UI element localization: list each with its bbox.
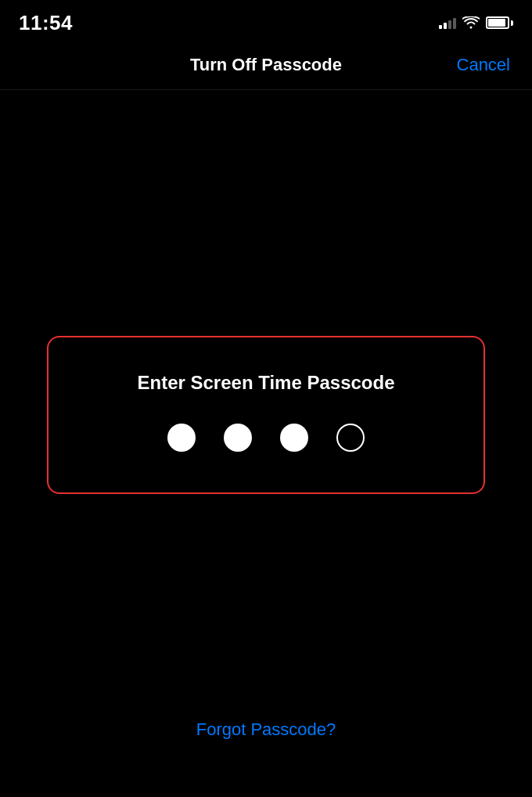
forgot-passcode-button[interactable]: Forgot Passcode?: [196, 719, 336, 740]
status-bar: 11:54: [0, 0, 532, 42]
signal-icon: [439, 16, 456, 29]
passcode-dot-3: [280, 424, 308, 452]
main-content: Enter Screen Time Passcode Forgot Passco…: [0, 90, 532, 787]
battery-icon: [486, 16, 513, 29]
page-title: Turn Off Passcode: [84, 55, 448, 75]
passcode-prompt: Enter Screen Time Passcode: [137, 372, 394, 394]
cancel-button[interactable]: Cancel: [448, 55, 510, 75]
nav-bar: Turn Off Passcode Cancel: [0, 42, 532, 90]
passcode-dot-1: [167, 424, 196, 452]
status-time: 11:54: [19, 11, 73, 35]
passcode-dots: [167, 424, 365, 452]
passcode-entry-box: Enter Screen Time Passcode: [47, 336, 485, 494]
passcode-dot-4: [336, 424, 365, 452]
passcode-dot-2: [224, 424, 252, 452]
status-icons: [439, 16, 513, 29]
wifi-icon: [462, 16, 480, 29]
